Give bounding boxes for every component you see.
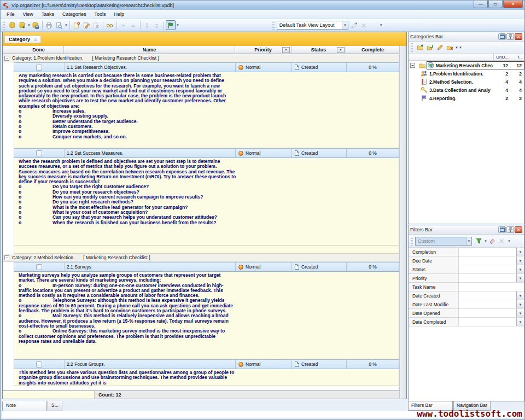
category-tree-item[interactable]: 3.Data Collection and Analy44 bbox=[409, 86, 524, 94]
category-tree-item[interactable]: 2.Method Selection.44 bbox=[409, 78, 524, 86]
filter-value-field[interactable] bbox=[459, 265, 516, 273]
minimize-button[interactable]: — bbox=[474, 1, 488, 8]
restore-panel-icon[interactable] bbox=[498, 226, 506, 233]
note-tab-note[interactable]: Note bbox=[2, 401, 47, 411]
show-task-notes-button[interactable] bbox=[105, 20, 115, 30]
layout-toolbar-grip[interactable] bbox=[272, 21, 275, 30]
collapse-group-icon[interactable]: − bbox=[4, 255, 9, 260]
task-row[interactable]: 2.2 Focus Groups.NormalCreated0 % bbox=[14, 359, 399, 369]
highlight-flag-button[interactable] bbox=[166, 20, 176, 30]
close-button[interactable]: ✕ bbox=[503, 1, 523, 8]
column-header-name[interactable]: Name bbox=[64, 46, 235, 54]
priority-filter-dropdown[interactable]: ▼ bbox=[282, 47, 290, 53]
status-created-icon bbox=[295, 264, 299, 270]
filter-value-field[interactable] bbox=[459, 309, 516, 317]
toolbar-overflow-icon[interactable]: ▼ bbox=[508, 240, 511, 243]
status-filter-dropdown[interactable]: ▼ bbox=[337, 47, 345, 53]
column-header-done[interactable]: Done bbox=[14, 46, 64, 54]
filter-value-field[interactable] bbox=[459, 291, 516, 300]
new-database-button[interactable] bbox=[7, 20, 17, 30]
menu-tasks[interactable]: Tasks bbox=[38, 10, 59, 18]
new-task-button[interactable] bbox=[72, 20, 81, 30]
filter-value-field[interactable] bbox=[459, 248, 516, 256]
task-row[interactable]: 1.2 Set Success Measures.NormalCreated0 … bbox=[14, 148, 399, 158]
print-preview-button[interactable] bbox=[54, 20, 64, 30]
edit-category-button[interactable] bbox=[435, 43, 445, 52]
maximize-button[interactable]: ▭ bbox=[488, 1, 503, 8]
menu-file[interactable]: File bbox=[3, 10, 19, 18]
close-panel-icon[interactable]: ✕ bbox=[515, 226, 522, 233]
filter-dropdown-button[interactable]: ▼ bbox=[516, 256, 524, 265]
filter-dropdown-button[interactable]: ▼ bbox=[516, 309, 524, 317]
filter-dropdown-button[interactable]: ▼ bbox=[516, 248, 524, 256]
collapse-group-icon[interactable]: − bbox=[4, 56, 9, 61]
categories-toolbar-grip[interactable] bbox=[411, 43, 413, 52]
chevron-down-icon[interactable]: ▼ bbox=[455, 46, 458, 49]
filter-preset-combo[interactable]: Custom ▼ bbox=[415, 237, 472, 246]
category-group-row[interactable]: −Category: 1.Problem Identification.[ Ma… bbox=[3, 54, 399, 62]
toolbar-overflow-icon[interactable]: ▼ bbox=[459, 46, 462, 49]
category-group-row[interactable]: −Category: 2.Method Selection.[ Marketin… bbox=[3, 254, 399, 262]
filter-dropdown-button[interactable]: ▼ bbox=[516, 300, 524, 308]
total-column-header[interactable]: T... bbox=[510, 54, 524, 60]
column-header-complete[interactable]: Complete bbox=[346, 46, 399, 54]
note-tab-more[interactable]: S... bbox=[48, 401, 62, 411]
print-button[interactable] bbox=[44, 20, 54, 30]
column-header-status[interactable]: Status ▼ bbox=[291, 46, 346, 54]
filter-value-field[interactable] bbox=[459, 274, 516, 282]
menu-tools[interactable]: Tools bbox=[90, 10, 110, 18]
filter-dropdown-button[interactable]: ▼ bbox=[516, 318, 524, 326]
move-up-icon bbox=[130, 22, 137, 29]
task-row[interactable]: 2.1 SurveysNormalCreated0 % bbox=[14, 262, 399, 272]
filters-bar-title: Filters Bar bbox=[410, 227, 433, 232]
filter-value-field[interactable] bbox=[459, 318, 516, 326]
save-layout-button[interactable] bbox=[349, 20, 359, 30]
task-view-layout-combo[interactable]: Default Task View Layout ▼ bbox=[277, 21, 348, 30]
menu-categories[interactable]: Categories bbox=[59, 10, 91, 18]
task-checkbox[interactable] bbox=[36, 150, 42, 156]
filter-value-field[interactable] bbox=[459, 256, 516, 265]
add-category-button[interactable] bbox=[415, 43, 425, 52]
task-row[interactable]: 1.1 Set Research Objectives.NormalCreate… bbox=[14, 62, 399, 72]
chevron-down-icon[interactable]: ▼ bbox=[466, 237, 471, 245]
filter-dropdown-button[interactable]: ▼ bbox=[516, 291, 524, 300]
menu-help[interactable]: Help bbox=[110, 10, 129, 18]
pin-panel-icon[interactable] bbox=[506, 33, 514, 40]
restore-panel-icon[interactable] bbox=[498, 33, 506, 40]
add-subcategory-button[interactable] bbox=[425, 43, 435, 52]
category-tree-item[interactable]: 4.Reporting.22 bbox=[409, 94, 524, 102]
pin-panel-icon[interactable] bbox=[506, 226, 514, 233]
toolbar-overflow-icon[interactable]: ▼ bbox=[380, 24, 383, 27]
filter-dropdown-button[interactable]: ▼ bbox=[516, 265, 524, 273]
filter-dropdown-button[interactable]: ▼ bbox=[516, 274, 524, 282]
toolbar-grip[interactable] bbox=[3, 21, 5, 30]
column-header-priority[interactable]: Priority ▼ bbox=[235, 46, 291, 54]
priority-normal-icon bbox=[238, 362, 243, 367]
category-tree-item[interactable]: −Marketing Research Checkli1212 bbox=[409, 61, 524, 69]
edit-task-button[interactable] bbox=[81, 20, 91, 30]
chevron-down-icon[interactable]: ▼ bbox=[65, 24, 68, 27]
task-checkbox[interactable] bbox=[36, 65, 42, 71]
erase-filter-button[interactable] bbox=[487, 236, 497, 246]
priority-label: Normal bbox=[246, 264, 260, 270]
undefined-button[interactable]: undefined bbox=[369, 20, 379, 30]
undone-column-header[interactable]: UnD... bbox=[493, 54, 510, 60]
filter-value-field[interactable] bbox=[459, 300, 516, 308]
chevron-down-icon[interactable]: ▼ bbox=[342, 21, 348, 29]
task-note-text: When the research problem is defined and… bbox=[19, 159, 236, 225]
collapse-tree-icon[interactable]: − bbox=[410, 63, 415, 68]
save-database-button[interactable] bbox=[31, 20, 40, 30]
category-tree-item[interactable]: 1.Problem Identification.22 bbox=[409, 69, 524, 78]
menu-view[interactable]: View bbox=[19, 10, 38, 18]
delete-category-button[interactable] bbox=[445, 43, 454, 52]
filter-value-field[interactable] bbox=[459, 283, 524, 291]
open-database-button[interactable] bbox=[17, 20, 27, 30]
close-panel-icon[interactable]: ✕ bbox=[515, 33, 522, 40]
task-checkbox[interactable] bbox=[36, 361, 42, 368]
filters-toolbar-grip[interactable] bbox=[411, 237, 413, 246]
apply-filter-button[interactable] bbox=[474, 236, 483, 246]
task-checkbox[interactable] bbox=[36, 264, 42, 270]
chevron-down-icon[interactable]: ▼ bbox=[176, 24, 179, 27]
grid-vertical-scrollbar[interactable] bbox=[399, 46, 406, 399]
group-by-category-button[interactable]: Category △ bbox=[4, 36, 41, 43]
